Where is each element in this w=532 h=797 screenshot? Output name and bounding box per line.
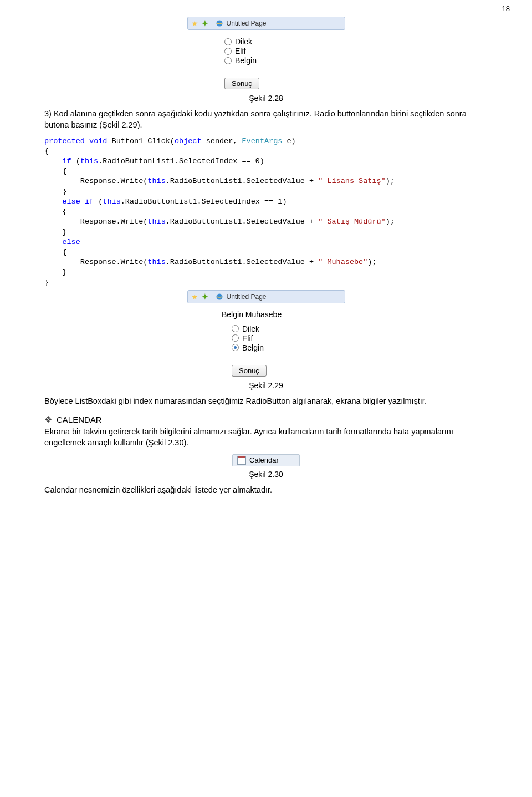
radio-icon <box>232 344 239 351</box>
calendar-label: Calendar <box>249 456 279 464</box>
calendar-toolbox-item[interactable]: Calendar <box>232 454 300 466</box>
radio-label: Elif <box>235 47 245 55</box>
result-button[interactable]: Sonuç <box>224 78 259 89</box>
radio-option[interactable]: Dilek <box>224 37 308 46</box>
paragraph: Böylece ListBoxdaki gibi index numarasın… <box>44 395 488 407</box>
separator <box>212 18 212 28</box>
radio-icon <box>224 38 232 45</box>
result-button[interactable]: Sonuç <box>232 365 267 377</box>
radio-option[interactable]: Dilek <box>232 324 310 333</box>
radio-label: Dilek <box>235 37 252 46</box>
tab-title: Untitled Page <box>227 19 267 27</box>
radio-icon <box>232 325 239 332</box>
result-text: Belgin Muhasebe <box>222 310 310 319</box>
radio-option[interactable]: Elif <box>224 47 308 55</box>
radio-icon <box>224 57 232 64</box>
ie-icon <box>216 293 223 301</box>
radio-label: Belgin <box>242 343 264 352</box>
section-heading: ❖ CALENDAR <box>44 414 488 425</box>
radio-label: Belgin <box>235 56 257 65</box>
radio-label: Elif <box>242 334 253 343</box>
favorites-star-icon: ★ <box>191 19 198 28</box>
code-block: protected void Button1_Click(object send… <box>44 136 488 288</box>
paragraph: Calendar nesnemizin özellikleri aşağıdak… <box>44 484 488 495</box>
paragraph: Ekrana bir takvim getirerek tarih bilgil… <box>44 426 488 449</box>
page-number: 18 <box>502 4 510 13</box>
radio-icon <box>232 334 239 342</box>
tab-title: Untitled Page <box>227 293 267 301</box>
radio-label: Dilek <box>242 324 259 333</box>
radio-option[interactable]: Belgin <box>224 56 308 65</box>
browser-tab-bar: ★ ✦ Untitled Page <box>187 17 345 30</box>
figure-caption: Şekil 2.28 <box>44 94 488 103</box>
add-favorite-icon: ✦ <box>202 292 208 301</box>
calendar-icon <box>237 456 246 465</box>
paragraph: 3) Kod alanına geçtikden sonra aşağıdaki… <box>44 108 488 131</box>
ie-icon <box>216 19 223 27</box>
browser-tab-bar: ★ ✦ Untitled Page <box>187 290 345 303</box>
section-title: CALENDAR <box>57 415 102 424</box>
separator <box>212 292 212 302</box>
bullet-diamond-icon: ❖ <box>44 414 52 425</box>
figure-caption: Şekil 2.29 <box>44 381 488 390</box>
add-favorite-icon: ✦ <box>202 19 208 28</box>
figure-caption: Şekil 2.30 <box>44 470 488 479</box>
radio-option[interactable]: Belgin <box>232 343 310 352</box>
radio-icon <box>224 48 232 55</box>
favorites-star-icon: ★ <box>191 292 198 301</box>
radio-group-1: Dilek Elif Belgin Sonuç <box>224 33 308 90</box>
radio-option[interactable]: Elif <box>232 334 310 343</box>
radio-group-2: Belgin Muhasebe Dilek Elif Belgin Sonuç <box>222 307 310 378</box>
